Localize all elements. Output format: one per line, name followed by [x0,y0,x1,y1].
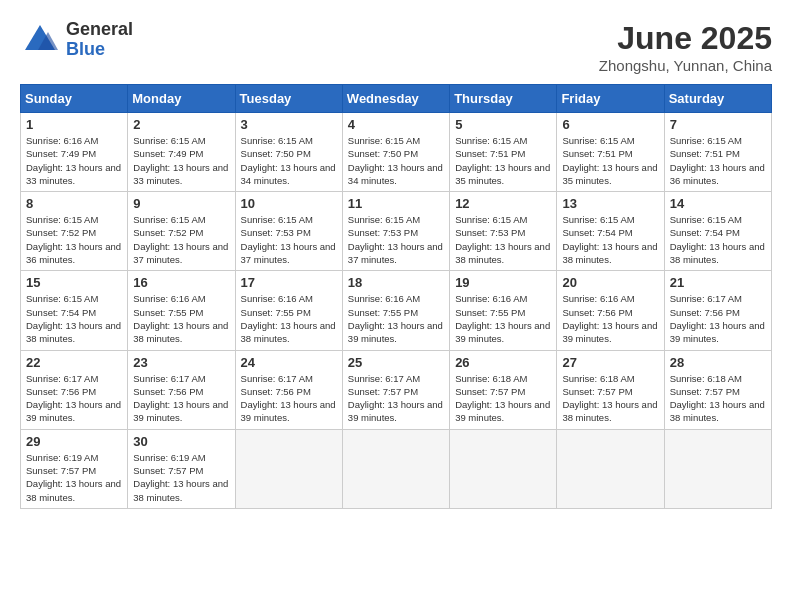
day-number: 20 [562,275,658,290]
day-number: 5 [455,117,551,132]
day-info: Sunrise: 6:15 AMSunset: 7:52 PMDaylight:… [26,213,122,266]
day-number: 14 [670,196,766,211]
day-cell-17: 17Sunrise: 6:16 AMSunset: 7:55 PMDayligh… [235,271,342,350]
day-number: 12 [455,196,551,211]
day-cell-9: 9Sunrise: 6:15 AMSunset: 7:52 PMDaylight… [128,192,235,271]
day-info: Sunrise: 6:18 AMSunset: 7:57 PMDaylight:… [455,372,551,425]
week-row-3: 15Sunrise: 6:15 AMSunset: 7:54 PMDayligh… [21,271,772,350]
day-cell-13: 13Sunrise: 6:15 AMSunset: 7:54 PMDayligh… [557,192,664,271]
day-info: Sunrise: 6:15 AMSunset: 7:53 PMDaylight:… [455,213,551,266]
day-info: Sunrise: 6:15 AMSunset: 7:53 PMDaylight:… [348,213,444,266]
day-number: 28 [670,355,766,370]
day-info: Sunrise: 6:18 AMSunset: 7:57 PMDaylight:… [562,372,658,425]
calendar-table: SundayMondayTuesdayWednesdayThursdayFrid… [20,84,772,509]
day-number: 17 [241,275,337,290]
day-info: Sunrise: 6:15 AMSunset: 7:49 PMDaylight:… [133,134,229,187]
day-info: Sunrise: 6:15 AMSunset: 7:54 PMDaylight:… [562,213,658,266]
day-number: 23 [133,355,229,370]
day-number: 8 [26,196,122,211]
day-info: Sunrise: 6:15 AMSunset: 7:50 PMDaylight:… [348,134,444,187]
day-number: 25 [348,355,444,370]
day-number: 6 [562,117,658,132]
day-cell-21: 21Sunrise: 6:17 AMSunset: 7:56 PMDayligh… [664,271,771,350]
day-cell-14: 14Sunrise: 6:15 AMSunset: 7:54 PMDayligh… [664,192,771,271]
empty-cell [342,429,449,508]
day-number: 4 [348,117,444,132]
week-row-2: 8Sunrise: 6:15 AMSunset: 7:52 PMDaylight… [21,192,772,271]
day-cell-6: 6Sunrise: 6:15 AMSunset: 7:51 PMDaylight… [557,113,664,192]
day-cell-15: 15Sunrise: 6:15 AMSunset: 7:54 PMDayligh… [21,271,128,350]
col-header-saturday: Saturday [664,85,771,113]
day-number: 27 [562,355,658,370]
day-info: Sunrise: 6:15 AMSunset: 7:51 PMDaylight:… [670,134,766,187]
day-cell-2: 2Sunrise: 6:15 AMSunset: 7:49 PMDaylight… [128,113,235,192]
day-number: 15 [26,275,122,290]
day-cell-4: 4Sunrise: 6:15 AMSunset: 7:50 PMDaylight… [342,113,449,192]
day-info: Sunrise: 6:15 AMSunset: 7:54 PMDaylight:… [670,213,766,266]
day-info: Sunrise: 6:16 AMSunset: 7:55 PMDaylight:… [455,292,551,345]
day-cell-11: 11Sunrise: 6:15 AMSunset: 7:53 PMDayligh… [342,192,449,271]
day-number: 26 [455,355,551,370]
day-info: Sunrise: 6:17 AMSunset: 7:56 PMDaylight:… [241,372,337,425]
day-cell-3: 3Sunrise: 6:15 AMSunset: 7:50 PMDaylight… [235,113,342,192]
day-info: Sunrise: 6:17 AMSunset: 7:56 PMDaylight:… [670,292,766,345]
day-info: Sunrise: 6:15 AMSunset: 7:50 PMDaylight:… [241,134,337,187]
day-cell-28: 28Sunrise: 6:18 AMSunset: 7:57 PMDayligh… [664,350,771,429]
week-row-5: 29Sunrise: 6:19 AMSunset: 7:57 PMDayligh… [21,429,772,508]
day-number: 9 [133,196,229,211]
day-cell-19: 19Sunrise: 6:16 AMSunset: 7:55 PMDayligh… [450,271,557,350]
week-row-4: 22Sunrise: 6:17 AMSunset: 7:56 PMDayligh… [21,350,772,429]
day-cell-24: 24Sunrise: 6:17 AMSunset: 7:56 PMDayligh… [235,350,342,429]
day-number: 29 [26,434,122,449]
empty-cell [664,429,771,508]
logo-general: General [66,20,133,40]
day-cell-1: 1Sunrise: 6:16 AMSunset: 7:49 PMDaylight… [21,113,128,192]
week-row-1: 1Sunrise: 6:16 AMSunset: 7:49 PMDaylight… [21,113,772,192]
day-cell-22: 22Sunrise: 6:17 AMSunset: 7:56 PMDayligh… [21,350,128,429]
day-info: Sunrise: 6:16 AMSunset: 7:56 PMDaylight:… [562,292,658,345]
logo-blue: Blue [66,40,133,60]
day-number: 30 [133,434,229,449]
day-info: Sunrise: 6:18 AMSunset: 7:57 PMDaylight:… [670,372,766,425]
col-header-thursday: Thursday [450,85,557,113]
day-number: 18 [348,275,444,290]
day-info: Sunrise: 6:16 AMSunset: 7:49 PMDaylight:… [26,134,122,187]
day-number: 3 [241,117,337,132]
col-header-wednesday: Wednesday [342,85,449,113]
day-number: 24 [241,355,337,370]
day-number: 2 [133,117,229,132]
col-header-friday: Friday [557,85,664,113]
col-header-sunday: Sunday [21,85,128,113]
day-number: 16 [133,275,229,290]
empty-cell [235,429,342,508]
day-cell-23: 23Sunrise: 6:17 AMSunset: 7:56 PMDayligh… [128,350,235,429]
day-number: 19 [455,275,551,290]
day-cell-10: 10Sunrise: 6:15 AMSunset: 7:53 PMDayligh… [235,192,342,271]
day-info: Sunrise: 6:15 AMSunset: 7:51 PMDaylight:… [562,134,658,187]
day-info: Sunrise: 6:17 AMSunset: 7:56 PMDaylight:… [133,372,229,425]
day-cell-27: 27Sunrise: 6:18 AMSunset: 7:57 PMDayligh… [557,350,664,429]
day-cell-12: 12Sunrise: 6:15 AMSunset: 7:53 PMDayligh… [450,192,557,271]
calendar-subtitle: Zhongshu, Yunnan, China [599,57,772,74]
day-info: Sunrise: 6:16 AMSunset: 7:55 PMDaylight:… [241,292,337,345]
day-info: Sunrise: 6:17 AMSunset: 7:56 PMDaylight:… [26,372,122,425]
day-info: Sunrise: 6:16 AMSunset: 7:55 PMDaylight:… [133,292,229,345]
day-info: Sunrise: 6:15 AMSunset: 7:51 PMDaylight:… [455,134,551,187]
day-number: 13 [562,196,658,211]
empty-cell [450,429,557,508]
day-info: Sunrise: 6:19 AMSunset: 7:57 PMDaylight:… [26,451,122,504]
calendar-title: June 2025 [599,20,772,57]
day-number: 10 [241,196,337,211]
day-number: 7 [670,117,766,132]
day-info: Sunrise: 6:15 AMSunset: 7:54 PMDaylight:… [26,292,122,345]
day-cell-16: 16Sunrise: 6:16 AMSunset: 7:55 PMDayligh… [128,271,235,350]
day-number: 22 [26,355,122,370]
day-cell-7: 7Sunrise: 6:15 AMSunset: 7:51 PMDaylight… [664,113,771,192]
day-cell-20: 20Sunrise: 6:16 AMSunset: 7:56 PMDayligh… [557,271,664,350]
title-section: June 2025 Zhongshu, Yunnan, China [599,20,772,74]
day-cell-18: 18Sunrise: 6:16 AMSunset: 7:55 PMDayligh… [342,271,449,350]
day-number: 1 [26,117,122,132]
logo: General Blue [20,20,133,60]
day-cell-25: 25Sunrise: 6:17 AMSunset: 7:57 PMDayligh… [342,350,449,429]
day-info: Sunrise: 6:19 AMSunset: 7:57 PMDaylight:… [133,451,229,504]
